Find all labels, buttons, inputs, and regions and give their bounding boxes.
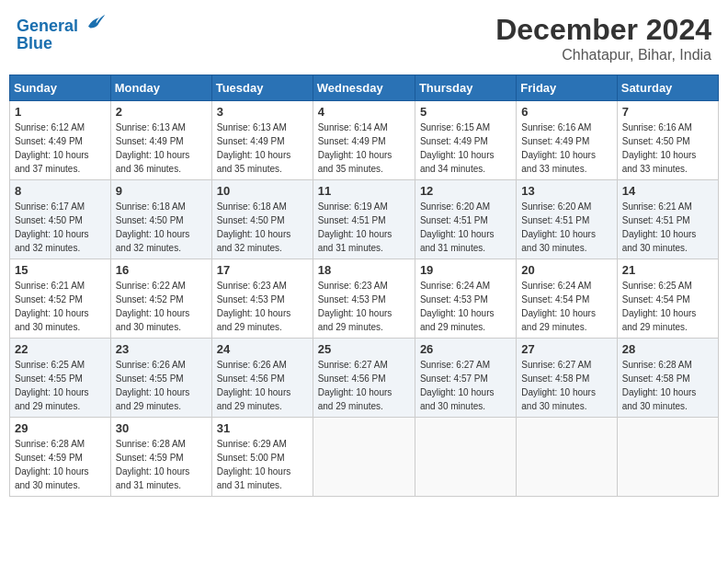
logo-bird-icon	[85, 13, 107, 31]
calendar-week-row: 8Sunrise: 6:17 AMSunset: 4:50 PMDaylight…	[10, 180, 719, 259]
location-text: Chhatapur, Bihar, India	[495, 47, 711, 63]
day-info: Sunrise: 6:17 AMSunset: 4:50 PMDaylight:…	[15, 200, 106, 255]
day-number: 21	[622, 263, 713, 277]
table-row: 25Sunrise: 6:27 AMSunset: 4:56 PMDayligh…	[313, 339, 415, 418]
day-info: Sunrise: 6:18 AMSunset: 4:50 PMDaylight:…	[116, 200, 207, 255]
day-number: 4	[318, 105, 410, 119]
day-number: 2	[116, 105, 207, 119]
day-number: 27	[521, 342, 611, 356]
day-info: Sunrise: 6:25 AMSunset: 4:55 PMDaylight:…	[15, 358, 106, 413]
day-number: 25	[318, 342, 410, 356]
table-row: 16Sunrise: 6:22 AMSunset: 4:52 PMDayligh…	[110, 259, 211, 339]
day-info: Sunrise: 6:19 AMSunset: 4:51 PMDaylight:…	[318, 200, 410, 255]
table-row	[313, 418, 415, 497]
table-row: 10Sunrise: 6:18 AMSunset: 4:50 PMDayligh…	[211, 180, 313, 259]
logo-blue-text: Blue	[17, 34, 107, 53]
page-header: General Blue December 2024 Chhatapur, Bi…	[9, 9, 719, 67]
day-number: 30	[116, 421, 207, 435]
header-friday: Friday	[517, 75, 617, 101]
table-row: 7Sunrise: 6:16 AMSunset: 4:50 PMDaylight…	[617, 101, 718, 180]
day-number: 14	[622, 184, 713, 198]
day-number: 3	[217, 105, 308, 119]
day-info: Sunrise: 6:16 AMSunset: 4:50 PMDaylight:…	[622, 121, 713, 176]
table-row: 27Sunrise: 6:27 AMSunset: 4:58 PMDayligh…	[517, 339, 617, 418]
day-number: 11	[318, 184, 410, 198]
table-row: 6Sunrise: 6:16 AMSunset: 4:49 PMDaylight…	[517, 101, 617, 180]
day-number: 26	[420, 342, 511, 356]
day-info: Sunrise: 6:22 AMSunset: 4:52 PMDaylight:…	[116, 279, 207, 334]
table-row: 18Sunrise: 6:23 AMSunset: 4:53 PMDayligh…	[313, 259, 415, 339]
day-info: Sunrise: 6:24 AMSunset: 4:54 PMDaylight:…	[521, 279, 611, 334]
calendar-header-row: Sunday Monday Tuesday Wednesday Thursday…	[10, 75, 719, 101]
table-row: 26Sunrise: 6:27 AMSunset: 4:57 PMDayligh…	[415, 339, 516, 418]
table-row: 20Sunrise: 6:24 AMSunset: 4:54 PMDayligh…	[517, 259, 617, 339]
day-info: Sunrise: 6:26 AMSunset: 4:56 PMDaylight:…	[217, 358, 308, 413]
calendar-week-row: 15Sunrise: 6:21 AMSunset: 4:52 PMDayligh…	[10, 259, 719, 339]
table-row: 3Sunrise: 6:13 AMSunset: 4:49 PMDaylight…	[211, 101, 313, 180]
day-info: Sunrise: 6:16 AMSunset: 4:49 PMDaylight:…	[521, 121, 611, 176]
table-row: 9Sunrise: 6:18 AMSunset: 4:50 PMDaylight…	[110, 180, 211, 259]
table-row: 5Sunrise: 6:15 AMSunset: 4:49 PMDaylight…	[415, 101, 516, 180]
day-number: 22	[15, 342, 106, 356]
day-info: Sunrise: 6:13 AMSunset: 4:49 PMDaylight:…	[217, 121, 308, 176]
table-row: 4Sunrise: 6:14 AMSunset: 4:49 PMDaylight…	[313, 101, 415, 180]
header-saturday: Saturday	[617, 75, 718, 101]
table-row: 22Sunrise: 6:25 AMSunset: 4:55 PMDayligh…	[10, 339, 111, 418]
day-info: Sunrise: 6:27 AMSunset: 4:57 PMDaylight:…	[420, 358, 511, 413]
month-title: December 2024	[495, 13, 711, 47]
day-info: Sunrise: 6:20 AMSunset: 4:51 PMDaylight:…	[420, 200, 511, 255]
calendar-week-row: 29Sunrise: 6:28 AMSunset: 4:59 PMDayligh…	[10, 418, 719, 497]
day-info: Sunrise: 6:28 AMSunset: 4:58 PMDaylight:…	[622, 358, 713, 413]
day-number: 7	[622, 105, 713, 119]
table-row: 24Sunrise: 6:26 AMSunset: 4:56 PMDayligh…	[211, 339, 313, 418]
table-row: 1Sunrise: 6:12 AMSunset: 4:49 PMDaylight…	[10, 101, 111, 180]
day-info: Sunrise: 6:28 AMSunset: 4:59 PMDaylight:…	[116, 437, 207, 492]
day-info: Sunrise: 6:18 AMSunset: 4:50 PMDaylight:…	[217, 200, 308, 255]
calendar-week-row: 1Sunrise: 6:12 AMSunset: 4:49 PMDaylight…	[10, 101, 719, 180]
table-row	[517, 418, 617, 497]
day-info: Sunrise: 6:25 AMSunset: 4:54 PMDaylight:…	[622, 279, 713, 334]
day-info: Sunrise: 6:12 AMSunset: 4:49 PMDaylight:…	[15, 121, 106, 176]
table-row: 23Sunrise: 6:26 AMSunset: 4:55 PMDayligh…	[110, 339, 211, 418]
day-number: 5	[420, 105, 511, 119]
table-row: 28Sunrise: 6:28 AMSunset: 4:58 PMDayligh…	[617, 339, 718, 418]
day-number: 29	[15, 421, 106, 435]
table-row: 15Sunrise: 6:21 AMSunset: 4:52 PMDayligh…	[10, 259, 111, 339]
day-number: 23	[116, 342, 207, 356]
calendar-table: Sunday Monday Tuesday Wednesday Thursday…	[9, 75, 719, 497]
day-info: Sunrise: 6:23 AMSunset: 4:53 PMDaylight:…	[217, 279, 308, 334]
day-number: 24	[217, 342, 308, 356]
day-number: 20	[521, 263, 611, 277]
header-sunday: Sunday	[10, 75, 111, 101]
table-row: 21Sunrise: 6:25 AMSunset: 4:54 PMDayligh…	[617, 259, 718, 339]
header-thursday: Thursday	[415, 75, 516, 101]
day-info: Sunrise: 6:20 AMSunset: 4:51 PMDaylight:…	[521, 200, 611, 255]
day-number: 13	[521, 184, 611, 198]
table-row	[415, 418, 516, 497]
header-wednesday: Wednesday	[313, 75, 415, 101]
day-number: 16	[116, 263, 207, 277]
day-info: Sunrise: 6:26 AMSunset: 4:55 PMDaylight:…	[116, 358, 207, 413]
day-info: Sunrise: 6:27 AMSunset: 4:56 PMDaylight:…	[318, 358, 410, 413]
header-tuesday: Tuesday	[211, 75, 313, 101]
day-number: 15	[15, 263, 106, 277]
table-row: 17Sunrise: 6:23 AMSunset: 4:53 PMDayligh…	[211, 259, 313, 339]
day-info: Sunrise: 6:23 AMSunset: 4:53 PMDaylight:…	[318, 279, 410, 334]
day-info: Sunrise: 6:21 AMSunset: 4:52 PMDaylight:…	[15, 279, 106, 334]
day-info: Sunrise: 6:21 AMSunset: 4:51 PMDaylight:…	[622, 200, 713, 255]
day-number: 9	[116, 184, 207, 198]
table-row: 30Sunrise: 6:28 AMSunset: 4:59 PMDayligh…	[110, 418, 211, 497]
day-info: Sunrise: 6:29 AMSunset: 5:00 PMDaylight:…	[217, 437, 308, 492]
day-number: 6	[521, 105, 611, 119]
logo-text: General	[17, 13, 107, 36]
table-row: 13Sunrise: 6:20 AMSunset: 4:51 PMDayligh…	[517, 180, 617, 259]
day-info: Sunrise: 6:14 AMSunset: 4:49 PMDaylight:…	[318, 121, 410, 176]
day-number: 12	[420, 184, 511, 198]
day-number: 10	[217, 184, 308, 198]
day-info: Sunrise: 6:24 AMSunset: 4:53 PMDaylight:…	[420, 279, 511, 334]
table-row: 31Sunrise: 6:29 AMSunset: 5:00 PMDayligh…	[211, 418, 313, 497]
day-info: Sunrise: 6:13 AMSunset: 4:49 PMDaylight:…	[116, 121, 207, 176]
day-number: 8	[15, 184, 106, 198]
table-row: 11Sunrise: 6:19 AMSunset: 4:51 PMDayligh…	[313, 180, 415, 259]
table-row: 19Sunrise: 6:24 AMSunset: 4:53 PMDayligh…	[415, 259, 516, 339]
